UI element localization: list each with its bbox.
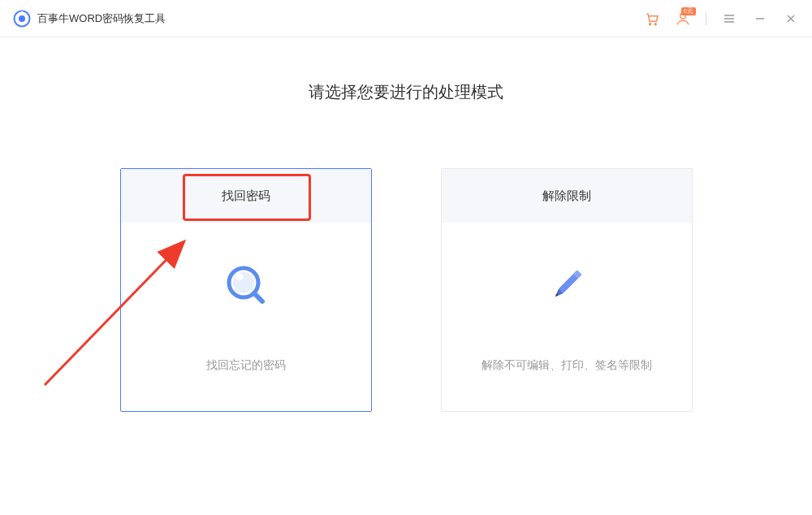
annotation-highlight-box [183,174,311,221]
card-recover-desc: 找回忘记的密码 [206,358,286,373]
main-content: 请选择您要进行的处理模式 找回密码 找回忘记的密码 [0,37,812,412]
user-icon[interactable]: 0元 [675,11,691,27]
card-remove-restriction[interactable]: 解除限制 解除不可编辑、打印、签名等限制 [441,168,693,412]
card-unlock-title: 解除限制 [542,188,591,204]
svg-point-1 [19,15,25,22]
titlebar-right: 0元 [644,11,799,27]
svg-point-4 [654,23,656,24]
magnifier-icon [222,261,270,309]
titlebar-left: 百事牛WORD密码恢复工具 [13,10,166,28]
card-unlock-desc: 解除不可编辑、打印、签名等限制 [482,358,652,373]
card-body: 解除不可编辑、打印、签名等限制 [442,223,692,411]
pencil-icon [542,261,591,309]
card-header: 解除限制 [442,169,692,223]
cart-icon[interactable] [644,11,660,27]
svg-rect-2 [21,11,24,14]
cards-container: 找回密码 找回忘记的密码 解除限制 [120,168,693,412]
page-title: 请选择您要进行的处理模式 [309,81,503,103]
app-logo-icon [13,10,31,28]
app-title: 百事牛WORD密码恢复工具 [37,11,166,26]
divider [706,12,706,25]
card-header: 找回密码 [121,169,371,223]
user-badge: 0元 [681,7,696,15]
close-icon[interactable] [783,11,799,27]
menu-icon[interactable] [721,11,737,27]
svg-line-15 [254,293,262,301]
card-body: 找回忘记的密码 [121,223,371,411]
titlebar: 百事牛WORD密码恢复工具 0元 [0,0,812,37]
svg-point-14 [235,274,244,280]
svg-point-3 [650,23,651,24]
card-recover-password[interactable]: 找回密码 找回忘记的密码 [120,168,372,412]
minimize-icon[interactable] [752,11,768,27]
